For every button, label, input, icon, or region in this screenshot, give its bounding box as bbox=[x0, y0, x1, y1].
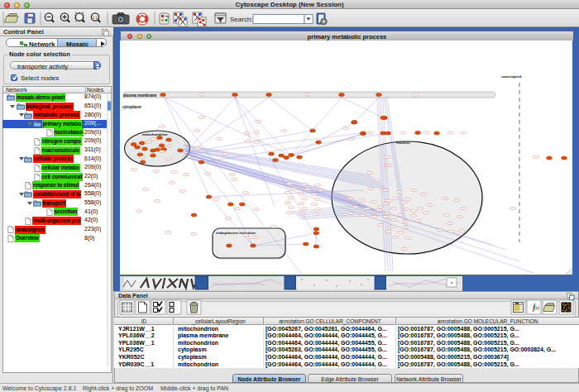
svg-text:···: ··· bbox=[193, 233, 195, 236]
svg-text:···: ··· bbox=[201, 94, 203, 97]
svg-text:···: ··· bbox=[168, 158, 170, 160]
svg-text:···: ··· bbox=[255, 237, 257, 239]
svg-text:···: ··· bbox=[388, 200, 390, 203]
svg-text:···: ··· bbox=[273, 226, 275, 228]
svg-text:···: ··· bbox=[400, 232, 403, 234]
svg-text:···: ··· bbox=[304, 184, 306, 186]
svg-text:···: ··· bbox=[400, 214, 402, 217]
svg-text:···: ··· bbox=[404, 248, 406, 251]
svg-text:···: ··· bbox=[290, 207, 293, 209]
svg-text:···: ··· bbox=[366, 208, 369, 210]
svg-text:···: ··· bbox=[413, 215, 415, 218]
svg-text:···: ··· bbox=[385, 216, 387, 218]
svg-text:···: ··· bbox=[386, 156, 389, 159]
svg-text:···: ··· bbox=[197, 147, 199, 150]
svg-text:plasma membrane: plasma membrane bbox=[123, 93, 157, 98]
svg-text:···: ··· bbox=[406, 208, 409, 211]
svg-text:mitochondrion: mitochondrion bbox=[142, 132, 168, 136]
svg-text:···: ··· bbox=[392, 226, 395, 228]
svg-text:···: ··· bbox=[535, 156, 538, 159]
svg-text:···: ··· bbox=[373, 216, 376, 218]
svg-text:···: ··· bbox=[386, 213, 389, 215]
svg-text:···: ··· bbox=[246, 132, 249, 135]
svg-text:···: ··· bbox=[227, 218, 230, 220]
svg-text:···: ··· bbox=[446, 214, 448, 217]
svg-text:···: ··· bbox=[293, 188, 295, 190]
svg-text:···: ··· bbox=[283, 130, 285, 132]
svg-text:···: ··· bbox=[171, 182, 174, 184]
svg-text:···: ··· bbox=[287, 192, 290, 194]
svg-text:···: ··· bbox=[307, 94, 309, 97]
svg-text:···: ··· bbox=[320, 189, 323, 192]
svg-text:cytoplasm: cytoplasm bbox=[122, 105, 141, 109]
svg-text:···: ··· bbox=[376, 179, 378, 182]
svg-text:···: ··· bbox=[300, 193, 303, 195]
svg-text:···: ··· bbox=[317, 184, 319, 187]
svg-text:···: ··· bbox=[351, 138, 353, 141]
svg-text:···: ··· bbox=[156, 200, 159, 203]
svg-text:···: ··· bbox=[185, 174, 188, 176]
svg-text:···: ··· bbox=[148, 141, 151, 144]
svg-text:···: ··· bbox=[161, 126, 164, 128]
svg-text:···: ··· bbox=[414, 94, 417, 97]
svg-text:···: ··· bbox=[407, 198, 409, 201]
svg-text:···: ··· bbox=[370, 132, 372, 135]
svg-text:···: ··· bbox=[456, 199, 458, 202]
svg-text:···: ··· bbox=[512, 208, 514, 210]
svg-text:···: ··· bbox=[317, 208, 319, 211]
svg-text:···: ··· bbox=[444, 198, 447, 200]
svg-text:(x): (x) bbox=[534, 305, 539, 311]
svg-text:···: ··· bbox=[237, 208, 239, 210]
svg-text:Search:: Search: bbox=[230, 16, 253, 23]
svg-text:···: ··· bbox=[216, 198, 218, 201]
svg-text:···: ··· bbox=[302, 213, 304, 215]
svg-text:···: ··· bbox=[395, 237, 397, 239]
svg-text:···: ··· bbox=[196, 130, 199, 132]
svg-text:···: ··· bbox=[461, 230, 463, 232]
svg-text:···: ··· bbox=[257, 121, 260, 123]
svg-text:···: ··· bbox=[380, 224, 382, 227]
svg-text:···: ··· bbox=[304, 208, 306, 210]
svg-text:···: ··· bbox=[232, 174, 234, 176]
svg-text:1:1: 1:1 bbox=[93, 16, 98, 20]
svg-text:···: ··· bbox=[380, 206, 382, 208]
svg-text:···: ··· bbox=[345, 127, 347, 130]
svg-text:···: ··· bbox=[307, 189, 309, 191]
svg-text:···: ··· bbox=[218, 138, 221, 141]
svg-text:···: ··· bbox=[404, 221, 407, 223]
svg-text:···: ··· bbox=[169, 145, 171, 147]
svg-text:···: ··· bbox=[256, 208, 258, 211]
svg-text:···: ··· bbox=[156, 170, 158, 173]
svg-text:···: ··· bbox=[182, 190, 184, 193]
svg-text:···: ··· bbox=[395, 198, 397, 200]
svg-text:···: ··· bbox=[404, 227, 407, 229]
svg-text:···: ··· bbox=[370, 188, 372, 190]
svg-text:···: ··· bbox=[290, 197, 293, 199]
svg-text:···: ··· bbox=[369, 172, 371, 174]
svg-text:···: ··· bbox=[402, 132, 404, 135]
svg-text:···: ··· bbox=[315, 213, 318, 216]
svg-text:···: ··· bbox=[233, 179, 236, 181]
svg-text:···: ··· bbox=[462, 132, 465, 135]
svg-text:···: ··· bbox=[207, 173, 209, 175]
svg-text:···: ··· bbox=[385, 203, 387, 205]
svg-text:···: ··· bbox=[153, 138, 156, 141]
svg-text:···: ··· bbox=[462, 208, 465, 210]
svg-text:···: ··· bbox=[393, 208, 395, 210]
svg-text:···: ··· bbox=[355, 206, 357, 208]
svg-text:···: ··· bbox=[419, 208, 422, 210]
svg-text:nucleus: nucleus bbox=[396, 141, 410, 145]
svg-text:···: ··· bbox=[289, 212, 291, 214]
svg-text:endoplasmic reticulum: endoplasmic reticulum bbox=[216, 231, 256, 235]
svg-text:···: ··· bbox=[413, 189, 415, 192]
svg-text:unassigned: unassigned bbox=[501, 74, 522, 79]
svg-text:···: ··· bbox=[425, 212, 428, 214]
svg-text:···: ··· bbox=[429, 204, 432, 207]
svg-text:···: ··· bbox=[300, 203, 303, 205]
svg-text:···: ··· bbox=[287, 202, 290, 204]
svg-text:···: ··· bbox=[145, 189, 147, 191]
svg-text:···: ··· bbox=[417, 220, 419, 222]
svg-text:···: ··· bbox=[289, 183, 291, 185]
svg-text:···: ··· bbox=[423, 194, 425, 196]
svg-text:···: ··· bbox=[373, 201, 376, 203]
